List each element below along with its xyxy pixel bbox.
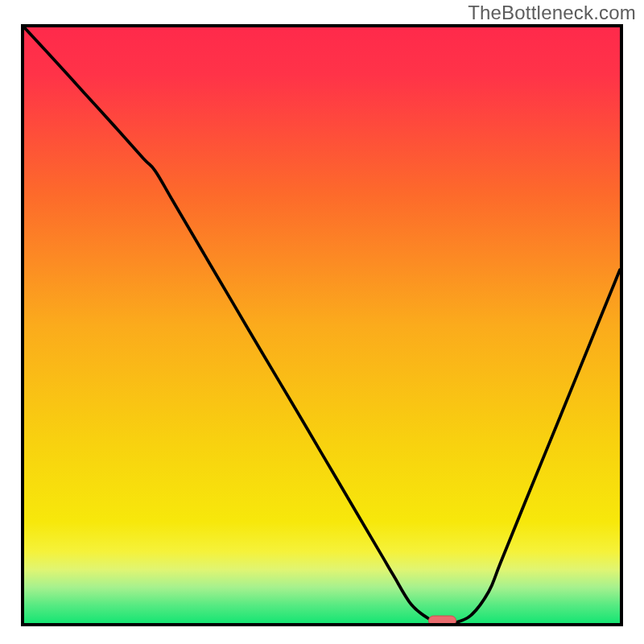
optimum-marker bbox=[428, 616, 456, 623]
chart-container: TheBottleneck.com bbox=[0, 0, 644, 644]
chart-svg bbox=[24, 27, 620, 623]
plot-area bbox=[21, 24, 623, 626]
gradient-background bbox=[24, 27, 620, 623]
watermark: TheBottleneck.com bbox=[468, 2, 636, 24]
